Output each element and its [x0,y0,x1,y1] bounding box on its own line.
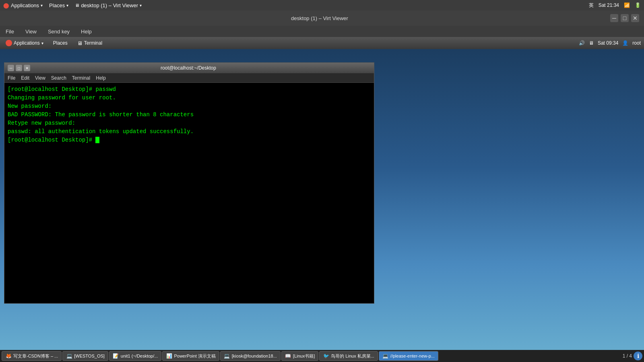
guest-places-label[interactable]: Places [53,40,68,46]
guest-user-icon: 👤 [622,40,628,46]
vm-desktop: Applications ▾ Places 🖥 Terminal 🔊 🖥 Sat… [0,37,644,362]
guest-terminal-label[interactable]: Terminal [84,40,102,46]
host-task-6[interactable]: 📖 [Linux书籍] [281,351,318,361]
host-battery-icon: 🔋 [635,2,641,8]
terminal-line-4: BAD PASSWORD: The password is shorter th… [8,111,371,119]
virt-viewer-titlebar: desktop (1) – Virt Viewer ─ □ ✕ [0,10,644,26]
host-task-icon-4: 📊 [166,353,172,359]
host-task-2[interactable]: 💻 [WESTOS_OS] [62,351,108,361]
host-task-label-1: 写文章-CSDN博客 – ... [13,353,58,359]
guest-app-arrow-icon: ▾ [41,41,43,45]
guest-applications-menu[interactable]: Applications ▾ [3,39,46,47]
terminal-maximize-btn[interactable]: □ [16,65,22,71]
terminal-titlebar: ─ □ ✕ root@localhost:~/Desktop [4,63,374,73]
host-lang: 英 [589,2,594,9]
virt-viewer-menubar: File View Send key Help [0,26,644,37]
terminal-line-7: [root@localhost Desktop]# [8,136,371,144]
host-task-icon-7: 🐦 [323,353,329,359]
host-task-label-3: unit1 (~/Desktop/... [121,354,158,358]
host-topbar: ⬤ Applications ▾ Places ▾ 🖥 desktop (1) … [0,0,644,10]
host-wifi-icon: 📶 [624,2,630,8]
virt-menu-view[interactable]: View [23,28,39,35]
host-task-label-7: 鸟哥的 Linux 私房菜... [331,353,374,359]
terminal-line-2: Changing password for user root. [8,94,371,102]
host-task-label-8: //please-enter-new-p... [390,354,435,358]
host-task-label-4: PowerPoint 演示文稿 [174,353,215,359]
term-menu-file[interactable]: File [8,75,15,81]
virt-menu-file[interactable]: File [3,28,17,35]
host-task-label-2: [WESTOS_OS] [74,354,105,358]
host-topbar-left: ⬤ Applications ▾ Places ▾ 🖥 desktop (1) … [3,2,142,8]
terminal-line-6: passwd: all authentication tokens update… [8,128,371,136]
terminal-title: root@localhost:~/Desktop [30,65,347,71]
minimize-button[interactable]: ─ [610,14,618,22]
virt-viewer-window: desktop (1) – Virt Viewer ─ □ ✕ File Vie… [0,10,644,362]
virt-viewer-title: desktop (1) – Virt Viewer [29,15,610,21]
host-task-3[interactable]: 📝 unit1 (~/Desktop/... [109,351,162,361]
terminal-line-5: Retype new password: [8,119,371,128]
terminal-cursor [95,137,99,143]
host-window-arrow-icon: ▾ [140,3,142,8]
host-task-label-6: [Linux书籍] [293,353,315,359]
term-menu-help[interactable]: Help [96,75,106,81]
host-vm-icon: 🖥 [75,3,79,8]
host-task-icon-5: 💻 [224,353,230,359]
host-app-arrow-icon: ▾ [41,3,43,8]
vm-display: Applications ▾ Places 🖥 Terminal 🔊 🖥 Sat… [0,37,644,362]
host-taskbar-pagination: 1 / 4 ℹ [623,352,642,360]
host-time: Sat 21:34 [599,2,619,8]
guest-topbar-right: 🔊 🖥 Sat 09:34 👤 root [579,40,641,46]
host-topbar-right: 英 Sat 21:34 📶 🔋 [589,2,641,9]
host-window-label[interactable]: desktop (1) – Virt Viewer [81,2,138,8]
guest-terminal-icon: 🖥 [77,40,83,46]
host-task-icon-6: 📖 [285,353,291,359]
guest-app-label[interactable]: Applications [14,40,40,46]
host-window-menu[interactable]: 🖥 desktop (1) – Virt Viewer ▾ [75,2,142,8]
terminal-close-btn[interactable]: ✕ [24,65,30,71]
virt-menu-help[interactable]: Help [78,28,94,35]
guest-terminal-menu[interactable]: 🖥 Terminal [75,39,105,47]
terminal-prompt: [root@localhost Desktop]# [8,137,95,143]
host-applications-menu[interactable]: ⬤ Applications ▾ [3,2,43,8]
host-places-menu[interactable]: Places ▾ [49,2,68,8]
window-controls: ─ □ ✕ [610,14,639,22]
maximize-button[interactable]: □ [621,14,629,22]
terminal-line-3: New password: [8,102,371,111]
host-task-icon-2: 💻 [66,353,72,359]
host-task-8[interactable]: 💻 //please-enter-new-p... [379,351,438,361]
guest-screen-icon[interactable]: 🖥 [589,40,594,46]
host-pagination-text: 1 / 4 [623,353,632,359]
guest-volume-icon[interactable]: 🔊 [579,40,585,46]
term-menu-view[interactable]: View [35,75,45,81]
host-task-icon-1: 🦊 [5,353,12,359]
terminal-window: ─ □ ✕ root@localhost:~/Desktop File Edit… [4,62,374,304]
terminal-minimize-btn[interactable]: ─ [8,65,14,71]
terminal-body[interactable]: [root@localhost Desktop]# passwd Changin… [4,83,374,303]
virt-menu-sendkey[interactable]: Send key [45,28,72,35]
host-task-icon-8: 💻 [382,353,389,359]
host-places-label[interactable]: Places [49,2,65,8]
host-pagination-btn[interactable]: ℹ [634,352,642,360]
guest-places-menu[interactable]: Places [51,39,70,47]
terminal-line-1: [root@localhost Desktop]# passwd [8,85,371,94]
host-task-5[interactable]: 💻 [kiosk@foundation18... [220,351,281,361]
guest-topbar: Applications ▾ Places 🖥 Terminal 🔊 🖥 Sat… [0,37,644,49]
term-menu-terminal[interactable]: Terminal [72,75,90,81]
host-task-icon-3: 📝 [113,353,119,359]
guest-time: Sat 09:34 [598,40,618,46]
guest-user: root [632,40,641,46]
term-menu-search[interactable]: Search [51,75,66,81]
host-task-4[interactable]: 📊 PowerPoint 演示文稿 [162,351,219,361]
host-task-label-5: [kiosk@foundation18... [232,354,277,358]
host-taskbar: 🦊 写文章-CSDN博客 – ... 💻 [WESTOS_OS] 📝 unit1… [0,350,644,362]
host-places-arrow-icon: ▾ [66,3,68,8]
host-task-7[interactable]: 🐦 鸟哥的 Linux 私房菜... [319,351,378,361]
guest-topbar-left: Applications ▾ Places 🖥 Terminal [3,39,105,47]
guest-app-icon [6,40,12,46]
terminal-menubar: File Edit View Search Terminal Help [4,73,374,83]
terminal-win-btns: ─ □ ✕ [8,65,30,71]
close-button[interactable]: ✕ [631,14,639,22]
host-task-1[interactable]: 🦊 写文章-CSDN博客 – ... [2,351,62,361]
term-menu-edit[interactable]: Edit [21,75,29,81]
host-app-label[interactable]: Applications [11,2,39,8]
